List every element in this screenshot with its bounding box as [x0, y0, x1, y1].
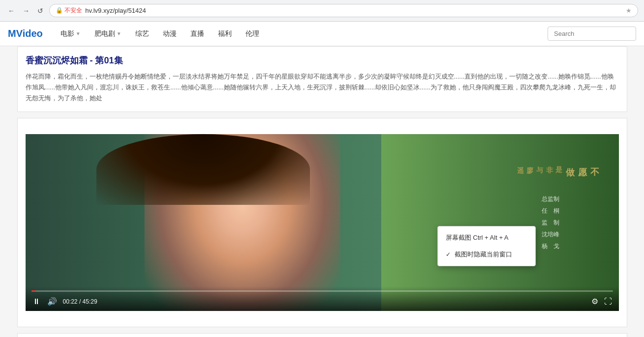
credit-line-2: 任 桐 [542, 205, 559, 217]
progress-bar[interactable] [31, 290, 613, 292]
check-icon: ✓ [446, 251, 451, 258]
progress-fill [31, 290, 36, 292]
context-menu: 屏幕截图 Ctrl + Alt + A ✓ 截图时隐藏当前窗口 [437, 226, 536, 266]
url-text: hv.lv9.xyz/play/51424 [85, 7, 623, 14]
time-display: 00:22 / 45:29 [63, 298, 97, 305]
screenshot-menu-item[interactable]: 屏幕截图 Ctrl + Alt + A [438, 229, 535, 246]
main-wrapper: 香蜜沉沉烬如霜 - 第01集 伴花而降，霜化而生，一枚绝情赐丹令她断情绝爱，一层… [0, 46, 644, 337]
title-card: 香蜜沉沉烬如霜 - 第01集 伴花而降，霜化而生，一枚绝情赐丹令她断情绝爱，一层… [17, 46, 627, 112]
time-separator: / [79, 298, 83, 305]
ctrl-right: ⚙ ⛶ [590, 296, 613, 307]
screenshot-label: 屏幕截图 Ctrl + Alt + A [446, 233, 509, 242]
insecure-badge: 🔒 不安全 [56, 6, 82, 15]
drama-description: 伴花而降，霜化而生，一枚绝情赐丹令她断情绝爱，一层淡水结界将她万年禁足，四千年的… [26, 71, 619, 104]
search-input[interactable] [548, 27, 636, 41]
search-box [548, 27, 636, 41]
browser-titlebar: ← → ↺ 🔒 不安全 hv.lv9.xyz/play/51424 ★ [0, 0, 644, 21]
nav-item-movies[interactable]: 电影 ▼ [55, 26, 87, 42]
hide-window-label: 截图时隐藏当前窗口 [455, 250, 512, 259]
nav-item-variety[interactable]: 综艺 [129, 26, 155, 42]
nav-item-anime[interactable]: 动漫 [157, 26, 183, 42]
dropdown-arrow-tv: ▼ [117, 31, 122, 36]
nav-item-welfare[interactable]: 福利 [212, 26, 238, 42]
total-time: 45:29 [83, 298, 97, 305]
nav-item-live[interactable]: 直播 [184, 26, 210, 42]
address-bar[interactable]: 🔒 不安全 hv.lv9.xyz/play/51424 ★ [49, 4, 638, 17]
browser-chrome: ← → ↺ 🔒 不安全 hv.lv9.xyz/play/51424 ★ [0, 0, 644, 22]
settings-button[interactable]: ⚙ [590, 296, 599, 307]
credit-line-3: 监 制 [542, 217, 559, 228]
credit-line-4: 沈培峰 [542, 228, 559, 240]
credits-overlay: 总监制 任 桐 监 制 沈培峰 杨 戈 [542, 193, 559, 252]
video-controls: ⏸ 🔊 00:22 / 45:29 ⚙ ⛶ [26, 286, 619, 311]
credit-line-1: 总监制 [542, 193, 559, 205]
site-logo[interactable]: MVideo [8, 28, 43, 39]
current-time: 00:22 [63, 298, 78, 305]
drama-title: 香蜜沉沉烬如霜 - 第01集 [26, 55, 619, 66]
fullscreen-button[interactable]: ⛶ [603, 296, 613, 307]
video-card: 总监制 任 桐 监 制 沈培峰 杨 戈 不 愿 做 是 非 与 廖 遥 [17, 118, 627, 327]
reload-button[interactable]: ↺ [35, 6, 45, 16]
nav-item-tv[interactable]: 肥电剧 ▼ [89, 26, 127, 42]
back-button[interactable]: ← [6, 6, 17, 16]
video-scene: 总监制 任 桐 监 制 沈培峰 杨 戈 不 愿 做 是 非 与 廖 遥 [26, 134, 619, 311]
pause-button[interactable]: ⏸ [31, 296, 41, 307]
episode-card: 第01集 第02集 第03集 第04集 第05集 第06集 [17, 333, 627, 337]
hide-window-menu-item[interactable]: ✓ 截图时隐藏当前窗口 [438, 246, 535, 263]
nav-menu: 电影 ▼ 肥电剧 ▼ 综艺 动漫 直播 福利 伦理 [55, 26, 548, 42]
credit-line-5: 杨 戈 [542, 240, 559, 252]
video-player[interactable]: 总监制 任 桐 监 制 沈培峰 杨 戈 不 愿 做 是 非 与 廖 遥 [26, 134, 619, 311]
nav-item-ethics[interactable]: 伦理 [240, 26, 265, 42]
controls-row: ⏸ 🔊 00:22 / 45:29 ⚙ ⛶ [31, 296, 613, 307]
navbar: MVideo 电影 ▼ 肥电剧 ▼ 综艺 动漫 直播 福利 伦理 [0, 22, 644, 46]
volume-button[interactable]: 🔊 [46, 296, 58, 307]
bg-greenery [381, 134, 618, 311]
dropdown-arrow-movies: ▼ [76, 31, 81, 36]
forward-button[interactable]: → [21, 6, 31, 16]
scene-left [26, 134, 382, 311]
bookmark-icon[interactable]: ★ [626, 7, 632, 14]
hair-top [96, 134, 310, 205]
